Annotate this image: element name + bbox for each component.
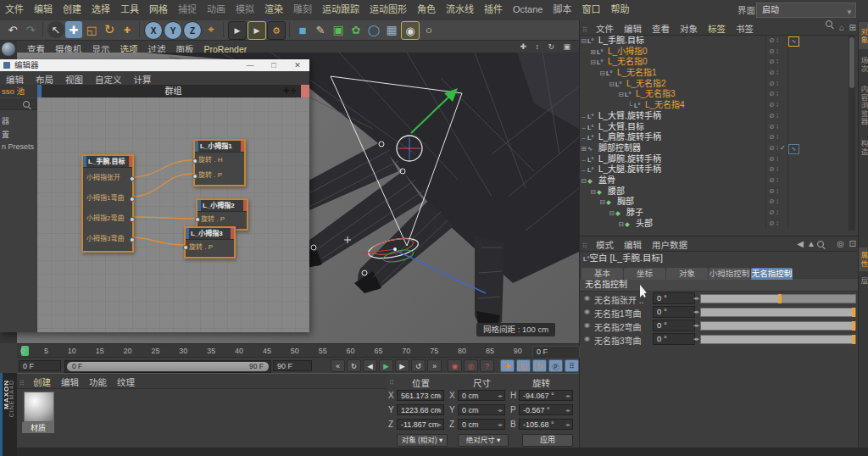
- menu-animate[interactable]: 动画: [202, 0, 231, 19]
- visibility-dots[interactable]: ⊘ ⁞: [765, 68, 788, 79]
- size-y-field[interactable]: 0 cm◂▸: [458, 404, 505, 415]
- stepper-icon[interactable]: ◂▸: [437, 391, 442, 402]
- slider-track[interactable]: [700, 294, 856, 303]
- output-port-icon[interactable]: [130, 217, 135, 222]
- visibility-dots[interactable]: ⊘ ⁞: [765, 132, 788, 143]
- pool-item[interactable]: 置: [2, 129, 9, 140]
- viewport-nav-icons[interactable]: ✚ ↕ ↻ ▣: [520, 41, 574, 53]
- render-view-icon[interactable]: ▶: [228, 21, 247, 40]
- last-tool-icon[interactable]: ✚: [119, 21, 136, 38]
- tree-row[interactable]: └L°L_无名指4⊘ ⁞: [580, 100, 859, 111]
- node-port[interactable]: 旋转 . P: [198, 212, 247, 226]
- minimize-icon[interactable]: —: [240, 59, 260, 71]
- tree-row[interactable]: –L°L_脚腕.旋转手柄⊘ ⁞: [580, 154, 859, 165]
- keyframe-circle-icon[interactable]: ◉: [584, 321, 590, 329]
- slider-handle[interactable]: [778, 294, 782, 303]
- pos-y-field[interactable]: 1223.68 cm◂▸: [397, 404, 444, 415]
- menu-motion-tracker[interactable]: 运动跟踪: [317, 0, 364, 19]
- lock-z-icon[interactable]: Z: [183, 21, 202, 40]
- rot-p-field[interactable]: -0.567 °◂▸: [519, 404, 573, 415]
- node-pinky1[interactable]: L_小拇指1 旋转 . H 旋转 . P: [193, 139, 246, 186]
- next-key-icon[interactable]: ↺: [411, 359, 426, 372]
- menu-pipeline[interactable]: 流水线: [441, 0, 479, 19]
- tree-row[interactable]: ⊟L°L_手腕.目标⊘ ⁞∿: [580, 36, 859, 47]
- group-corner-handle[interactable]: [301, 85, 309, 97]
- lock-icon[interactable]: ◎: [834, 236, 847, 251]
- tree-row[interactable]: ⊟◆腰部⊘ ⁞: [580, 186, 859, 197]
- stepper-icon[interactable]: ◂▸: [498, 405, 503, 416]
- size-mode-dropdown[interactable]: 绝对尺寸 ▾: [458, 434, 509, 447]
- add-cube-icon[interactable]: ■: [294, 21, 311, 38]
- visibility-dots[interactable]: ⊘ ⁞: [765, 111, 788, 122]
- keyframe-circle-icon[interactable]: ◉: [584, 294, 590, 302]
- om-menu-tags[interactable]: 标签: [703, 22, 731, 36]
- output-port-icon[interactable]: [130, 197, 135, 202]
- visibility-dots[interactable]: ⊘ ⁞: [765, 47, 788, 58]
- stepper-icon[interactable]: ◂▸: [693, 336, 699, 342]
- tree-row[interactable]: ⊟◆头部⊘ ⁞: [580, 219, 859, 230]
- visibility-dots[interactable]: ⊘ ⁞: [765, 89, 788, 100]
- window-titlebar[interactable]: 编辑器 — □ ✕: [0, 59, 309, 71]
- stepper-icon[interactable]: ◂▸: [437, 405, 442, 416]
- stepper-icon[interactable]: ◂▸: [565, 391, 570, 402]
- tree-row[interactable]: ⊟L°L_无名指3⊘ ⁞: [580, 89, 859, 100]
- om-menu-view[interactable]: 查看: [647, 22, 675, 36]
- goto-end-icon[interactable]: »: [427, 359, 442, 372]
- tab-coord[interactable]: 坐标: [624, 268, 665, 280]
- add-panel-icon[interactable]: ⊡: [847, 236, 859, 251]
- mograph-icon[interactable]: ✿: [348, 21, 364, 38]
- node-port[interactable]: 旋转 . H: [195, 153, 244, 168]
- subdivision-surface-icon[interactable]: ▣: [330, 21, 347, 38]
- tree-row[interactable]: ⊞L°L_小拇指0⊘ ⁞: [580, 47, 859, 58]
- tree-row[interactable]: –L°L_肩膀.旋转手柄⊘ ⁞: [580, 132, 859, 143]
- search-icon[interactable]: [817, 241, 824, 247]
- slider-track[interactable]: [700, 321, 856, 331]
- om-menu-edit[interactable]: 编辑: [619, 22, 647, 36]
- menu-simulate[interactable]: 模拟: [231, 0, 259, 19]
- scale-tool-icon[interactable]: ◱: [83, 21, 100, 38]
- node-port[interactable]: 旋转 . P: [186, 240, 234, 254]
- spline-oval-icon[interactable]: ◯: [365, 21, 382, 38]
- pool-search-bar[interactable]: [0, 98, 37, 110]
- dock-tab-objects[interactable]: 对象: [859, 22, 868, 49]
- menu-help[interactable]: 帮助: [605, 0, 634, 19]
- goto-start-icon[interactable]: «: [331, 359, 345, 372]
- mat-menu-edit[interactable]: 编辑: [56, 375, 84, 390]
- coordinate-system-icon[interactable]: ⌖: [203, 21, 220, 38]
- group-header[interactable]: 群组 ✚✛: [37, 85, 309, 97]
- maximize-icon[interactable]: □: [264, 59, 284, 71]
- close-icon[interactable]: ✕: [287, 59, 308, 71]
- move-tool-icon[interactable]: ✚: [65, 21, 82, 38]
- slider-handle[interactable]: [852, 321, 855, 331]
- drag-handle-icon[interactable]: ⠿: [387, 375, 398, 390]
- slider-value-field[interactable]: 0 °: [653, 333, 695, 345]
- light-icon[interactable]: ○: [420, 21, 437, 38]
- key-parameter-icon[interactable]: Ⓟ: [548, 359, 563, 372]
- attribute-object-row[interactable]: L°空白 [L_手腕.目标]: [580, 252, 859, 264]
- stepper-icon[interactable]: ◂▸: [565, 405, 570, 416]
- lock-y-icon[interactable]: Y: [164, 21, 182, 40]
- pos-z-field[interactable]: -11.867 cm◂▸: [397, 419, 444, 430]
- tree-row[interactable]: –L°L_大腿.旋转手柄⊘ ⁞: [580, 164, 859, 175]
- visibility-dots[interactable]: ⊘ ⁞: [765, 57, 788, 68]
- input-port-icon[interactable]: [195, 217, 200, 222]
- tree-row[interactable]: ⊟◆脖子⊘ ⁞: [580, 208, 859, 219]
- stepper-icon[interactable]: ◂▸: [437, 420, 442, 431]
- menu-select[interactable]: 选择: [86, 0, 115, 19]
- pan-icons[interactable]: ✚✛: [283, 85, 298, 97]
- keyframe-selection-icon[interactable]: ?: [480, 359, 494, 372]
- visibility-dots[interactable]: ⊘ ⁞: [765, 186, 788, 197]
- menu-character[interactable]: 角色: [412, 0, 441, 19]
- render-settings-icon[interactable]: ⚙: [267, 21, 286, 40]
- visibility-dots[interactable]: ⊘ ⁞: [765, 154, 788, 165]
- interface-dropdown[interactable]: 启动▼: [756, 3, 856, 18]
- search-icon[interactable]: [826, 20, 832, 27]
- menu-mesh[interactable]: 网格: [144, 0, 173, 19]
- input-port-icon[interactable]: [192, 174, 198, 179]
- material-label[interactable]: 材质: [22, 422, 54, 433]
- slider-track[interactable]: [700, 335, 856, 344]
- menu-file[interactable]: 文件: [0, 0, 29, 19]
- om-menu-objects[interactable]: 对象: [675, 22, 703, 36]
- node-port[interactable]: 小拇指2弯曲: [83, 209, 132, 229]
- visibility-dots[interactable]: ⊘ ⁞: [765, 100, 788, 111]
